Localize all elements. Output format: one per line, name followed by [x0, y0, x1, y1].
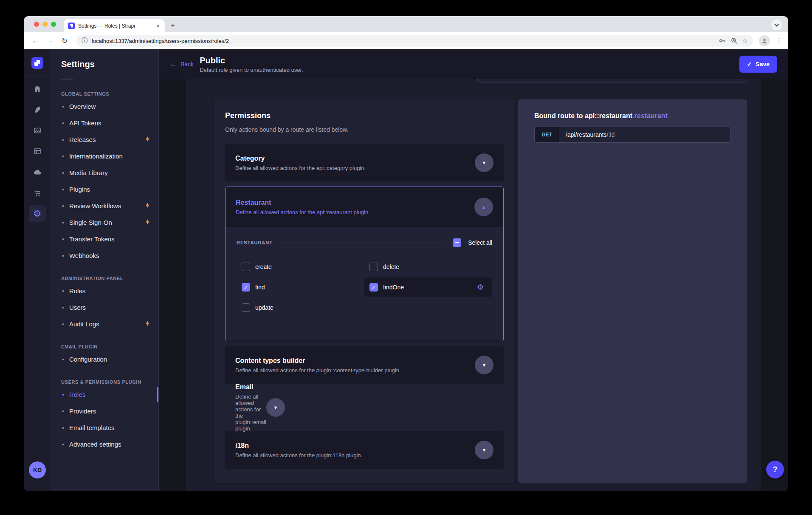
nav-item-plugins[interactable]: •Plugins	[51, 181, 158, 198]
page-subtitle: Default role given to unauthenticated us…	[200, 67, 303, 73]
lightning-icon	[145, 320, 150, 328]
nav-item-overview[interactable]: •Overview	[51, 98, 158, 115]
update-checkbox[interactable]: ✓	[242, 303, 250, 312]
route-path: /api/restaurants/:id	[559, 127, 730, 142]
create-checkbox[interactable]: ✓	[242, 263, 250, 271]
section-administration-panel: ADMINISTRATION PANEL	[61, 276, 158, 281]
group-label: RESTAURANT	[237, 240, 273, 245]
home-icon	[33, 85, 42, 93]
tab-search-button[interactable]	[771, 19, 782, 30]
nav-item-releases[interactable]: •Releases	[51, 131, 158, 148]
sidebar-divider	[24, 76, 51, 76]
help-button[interactable]: ?	[766, 461, 784, 478]
nav-item-review-workflows[interactable]: •Review Workflows	[51, 198, 158, 214]
nav-item-webhooks[interactable]: •Webhooks	[51, 247, 158, 264]
browser-tab[interactable]: Settings — Roles | Strapi ×	[64, 19, 165, 32]
bookmark-star-icon[interactable]: ☆	[742, 37, 748, 45]
nav-item-internationalization[interactable]: •Internationalization	[51, 148, 158, 164]
accordion-email[interactable]: Email Define all allowed actions for the…	[225, 389, 245, 426]
expand-toggle-button[interactable]: ▼	[475, 356, 493, 374]
new-tab-button[interactable]: +	[171, 21, 175, 30]
permissions-title: Permissions	[225, 111, 504, 120]
browser-menu-icon[interactable]: ⋮	[776, 37, 782, 45]
save-button[interactable]: ✓ Save	[739, 56, 777, 73]
collapse-toggle-button[interactable]: ▲	[474, 198, 493, 216]
lightning-icon	[145, 219, 150, 226]
minimize-window-button[interactable]	[42, 22, 48, 27]
action-delete[interactable]: ✓ delete	[364, 257, 492, 277]
user-avatar[interactable]: KD	[29, 461, 46, 478]
sidebar-item-deploy[interactable]	[29, 164, 46, 181]
browser-forward-button[interactable]: →	[44, 37, 56, 45]
nav-item-audit-logs[interactable]: •Audit Logs	[51, 316, 158, 332]
caret-down-icon: ▼	[482, 447, 487, 453]
browser-profile-avatar[interactable]	[759, 35, 770, 46]
nav-item-api-tokens[interactable]: •API Tokens	[51, 115, 158, 131]
action-create[interactable]: ✓ create	[237, 257, 364, 277]
expand-toggle-button[interactable]: ▼	[266, 398, 285, 417]
nav-item-single-sign-on[interactable]: •Single Sign-On	[51, 214, 158, 231]
sidebar-item-home[interactable]	[29, 80, 46, 97]
zoom-icon[interactable]	[730, 37, 738, 45]
close-window-button[interactable]	[34, 22, 39, 27]
browser-window: Settings — Roles | Strapi × + ← → ↻ ⓘ lo…	[24, 16, 788, 491]
findone-checkbox[interactable]: ✓	[369, 283, 378, 291]
delete-checkbox[interactable]: ✓	[369, 263, 378, 271]
tab-strip: Settings — Roles | Strapi × +	[24, 16, 788, 32]
expand-toggle-button[interactable]: ▼	[475, 441, 493, 459]
lightning-icon	[145, 202, 150, 210]
accordion-restaurant-expanded: Restaurant Define all allowed actions fo…	[225, 187, 504, 341]
main-nav-sidebar: ⚙ KD	[24, 49, 51, 491]
browser-reload-button[interactable]: ↻	[59, 37, 70, 45]
sidebar-item-content-manager[interactable]	[29, 101, 46, 118]
page-header: ← Back Public Default role given to unau…	[159, 49, 788, 79]
zoom-window-button[interactable]	[51, 22, 56, 27]
back-arrow-icon: ←	[170, 60, 177, 68]
address-bar[interactable]: ⓘ localhost:1337/admin/settings/users-pe…	[76, 35, 753, 47]
settings-nav-title: Settings	[61, 59, 158, 69]
url-text[interactable]: localhost:1337/admin/settings/users-perm…	[92, 38, 714, 44]
browser-toolbar: ← → ↻ ⓘ localhost:1337/admin/settings/us…	[24, 32, 788, 49]
section-global-settings: GLOBAL SETTINGS	[61, 91, 158, 96]
nav-item-providers[interactable]: •Providers	[51, 403, 158, 419]
nav-item-transfer-tokens[interactable]: •Transfer Tokens	[51, 231, 158, 247]
accordion-category[interactable]: Category Define all allowed actions for …	[225, 144, 504, 181]
nav-item-media-library[interactable]: •Media Library	[51, 164, 158, 181]
action-findone[interactable]: ✓ findOne ⚙	[364, 277, 492, 297]
sidebar-item-marketplace[interactable]	[29, 184, 46, 201]
strapi-logo[interactable]	[31, 57, 43, 69]
section-email-plugin: EMAIL PLUGIN	[61, 344, 158, 349]
caret-down-icon: ▼	[273, 405, 278, 410]
scroll-area[interactable]: Permissions Only actions bound by a rout…	[159, 79, 788, 491]
nav-item-admin-roles[interactable]: •Roles	[51, 283, 158, 299]
action-update[interactable]: ✓ update	[237, 297, 364, 318]
site-info-icon[interactable]: ⓘ	[82, 37, 87, 45]
strapi-favicon	[68, 23, 75, 29]
sidebar-item-settings[interactable]: ⚙	[29, 205, 46, 222]
select-all-checkbox[interactable]	[453, 238, 461, 247]
find-checkbox[interactable]: ✓	[242, 283, 250, 291]
nav-item-email-configuration[interactable]: •Configuration	[51, 351, 158, 368]
cart-icon	[33, 189, 42, 197]
nav-item-admin-users[interactable]: •Users	[51, 299, 158, 316]
tab-close-icon[interactable]: ×	[155, 22, 161, 29]
action-find[interactable]: ✓ find	[237, 277, 364, 297]
back-link[interactable]: ← Back	[170, 60, 194, 68]
browser-back-button[interactable]: ←	[30, 37, 42, 45]
accordion-i18n[interactable]: i18n Define all allowed actions for the …	[225, 431, 504, 469]
feather-icon	[33, 105, 42, 114]
nav-item-advanced-settings[interactable]: •Advanced settings	[51, 436, 158, 453]
password-key-icon[interactable]	[719, 37, 726, 45]
permissions-panel: Permissions Only actions bound by a rout…	[214, 99, 515, 483]
route-settings-gear-icon[interactable]: ⚙	[477, 283, 484, 291]
settings-nav: Settings GLOBAL SETTINGS •Overview •API …	[51, 49, 159, 491]
expand-toggle-button[interactable]: ▼	[475, 153, 493, 172]
accordion-restaurant-header[interactable]: Restaurant Define all allowed actions fo…	[226, 187, 503, 227]
caret-up-icon: ▲	[482, 204, 486, 209]
section-users-permissions-plugin: USERS & PERMISSIONS PLUGIN	[61, 379, 158, 385]
sidebar-item-content-type-builder[interactable]	[29, 143, 46, 160]
nav-item-up-roles[interactable]: •Roles	[51, 386, 158, 403]
nav-item-email-templates[interactable]: •Email templates	[51, 419, 158, 436]
sidebar-item-media-library[interactable]	[29, 122, 46, 139]
accordion-content-types-builder[interactable]: Content types builder Define all allowed…	[225, 346, 504, 384]
